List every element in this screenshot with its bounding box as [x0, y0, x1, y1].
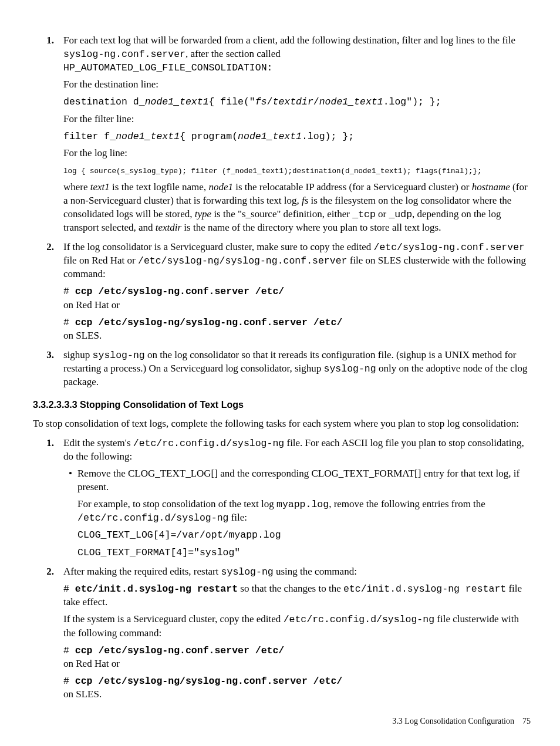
- text: is the text logfile name,: [110, 181, 209, 193]
- step-number: 1.: [33, 437, 63, 559]
- command: ccp /etc/syslog-ng/syslog-ng.conf.server…: [75, 676, 342, 687]
- code-var: node1_text1: [238, 131, 302, 142]
- text: on Red Hat or: [63, 299, 531, 312]
- command: ccp /etc/syslog-ng.conf.server /etc/: [75, 645, 284, 656]
- text: on SLES.: [63, 688, 531, 701]
- code: { file(": [209, 96, 255, 107]
- text: is the "s_source" definition, either: [211, 208, 352, 220]
- section-intro: To stop consolidation of text logs, comp…: [33, 417, 531, 431]
- var: node1: [208, 181, 233, 193]
- var: type: [195, 208, 211, 220]
- code: _tcp: [352, 209, 376, 220]
- code: _udp: [389, 209, 412, 220]
- code: /: [313, 96, 319, 107]
- var: hostname: [472, 181, 510, 193]
- text: on Red Hat or: [63, 657, 531, 671]
- text: Edit the system's: [63, 437, 133, 448]
- section-heading: 3.3.2.3.3.3 Stopping Consolidation of Te…: [33, 399, 531, 411]
- code-var: node1_text1: [145, 96, 209, 107]
- step-3: 3. sighup syslog-ng on the log consolida…: [33, 349, 531, 389]
- text: Remove the CLOG_TEXT_LOG[] and the corre…: [77, 467, 531, 494]
- prompt: #: [63, 645, 75, 656]
- step-body: If the log consolidator is a Serviceguar…: [63, 241, 531, 343]
- page-footer: 3.3 Log Consolidation Configuration 75: [392, 716, 531, 727]
- code-var: textdir: [272, 96, 313, 107]
- var: fs: [302, 195, 308, 206]
- step-body: Edit the system's /etc/rc.config.d/syslo…: [63, 437, 531, 559]
- text: For example, to stop consolidation of th…: [77, 498, 276, 509]
- step-body: For each text log that will be forwarded…: [63, 34, 531, 235]
- text: After making the required edits, restart: [63, 566, 221, 577]
- code: destination d_: [63, 96, 145, 107]
- code: myapp.log: [276, 499, 329, 510]
- text: is the relocatable IP address (for a Ser…: [233, 181, 472, 193]
- text: on SLES.: [63, 329, 531, 343]
- text: or: [376, 208, 389, 220]
- command: ccp /etc/syslog-ng/syslog-ng.conf.server…: [75, 317, 342, 328]
- text: If the system is a Serviceguard cluster,…: [63, 613, 284, 625]
- code: syslog-ng: [221, 566, 274, 578]
- code: syslog-ng: [324, 363, 376, 374]
- code: filter f_: [63, 131, 116, 142]
- code: { program(: [180, 131, 238, 142]
- label: For the destination line:: [63, 78, 531, 92]
- command: etc/init.d.syslog-ng restart: [75, 583, 238, 595]
- text: , after the section called: [185, 48, 281, 59]
- var: textdir: [156, 222, 181, 233]
- footer-page-number: 75: [522, 717, 531, 725]
- text: sighup: [63, 349, 93, 360]
- step-number: 3.: [33, 349, 63, 389]
- step-1: 1. For each text log that will be forwar…: [33, 34, 531, 235]
- var: text1: [90, 181, 110, 193]
- text: where: [63, 181, 90, 193]
- bullet-item: • Remove the CLOG_TEXT_LOG[] and the cor…: [63, 467, 531, 559]
- text: , remove the following entries from the: [329, 498, 485, 509]
- code: /etc/rc.config.d/syslog-ng: [77, 512, 228, 524]
- text: is the name of the directory where you p…: [181, 222, 441, 233]
- step-2: 2. If the log consolidator is a Serviceg…: [33, 241, 531, 343]
- code: syslog-ng.conf.server: [63, 49, 185, 60]
- text: If the log consolidator is a Serviceguar…: [63, 241, 374, 252]
- step-number: 2.: [33, 565, 63, 701]
- text: file on Red Hat or: [63, 255, 138, 266]
- prompt: #: [63, 583, 75, 595]
- text: file:: [228, 512, 247, 523]
- code: /etc/syslog-ng/syslog-ng.conf.server: [138, 255, 347, 266]
- stop-step-1: 1. Edit the system's /etc/rc.config.d/sy…: [33, 437, 531, 559]
- step-body: After making the required edits, restart…: [63, 565, 531, 701]
- code-var: node1_text1: [116, 131, 180, 142]
- prompt: #: [63, 317, 75, 328]
- label: For the log line:: [63, 147, 531, 160]
- step-number: 1.: [33, 34, 63, 235]
- code-var: fs: [255, 96, 267, 107]
- code: CLOG_TEXT_LOG[4]=/var/opt/myapp.log: [77, 529, 281, 541]
- label: For the filter line:: [63, 113, 531, 126]
- code: etc/init.d.syslog-ng restart: [343, 583, 506, 595]
- command: ccp /etc/syslog-ng.conf.server /etc/: [75, 286, 284, 297]
- code: /: [267, 96, 273, 107]
- stop-step-2: 2. After making the required edits, rest…: [33, 565, 531, 701]
- code: .log); };: [302, 131, 354, 142]
- text: using the command:: [274, 566, 357, 577]
- code: /etc/syslog-ng.conf.server: [374, 242, 525, 253]
- code: HP_AUTOMATED_LOG_FILE_CONSOLIDATION:: [63, 62, 272, 73]
- prompt: #: [63, 286, 75, 297]
- prompt: #: [63, 676, 75, 687]
- page-container: 1. For each text log that will be forwar…: [0, 0, 560, 746]
- text: For each text log that will be forwarded…: [63, 35, 515, 46]
- bullet-icon: •: [63, 467, 77, 559]
- step-body: sighup syslog-ng on the log consolidator…: [63, 349, 531, 389]
- code-var: node1_text1: [319, 96, 383, 107]
- code: /etc/rc.config.d/syslog-ng: [284, 614, 434, 625]
- code: .log"); };: [383, 96, 441, 107]
- text: so that the changes to the: [238, 583, 343, 594]
- code: log { source(s_syslog_type); filter (f_n…: [63, 167, 482, 175]
- code: /etc/rc.config.d/syslog-ng: [133, 438, 284, 449]
- footer-section: 3.3 Log Consolidation Configuration: [392, 717, 514, 725]
- code: CLOG_TEXT_FORMAT[4]="syslog": [77, 547, 240, 558]
- code: syslog-ng: [93, 350, 145, 361]
- step-number: 2.: [33, 241, 63, 343]
